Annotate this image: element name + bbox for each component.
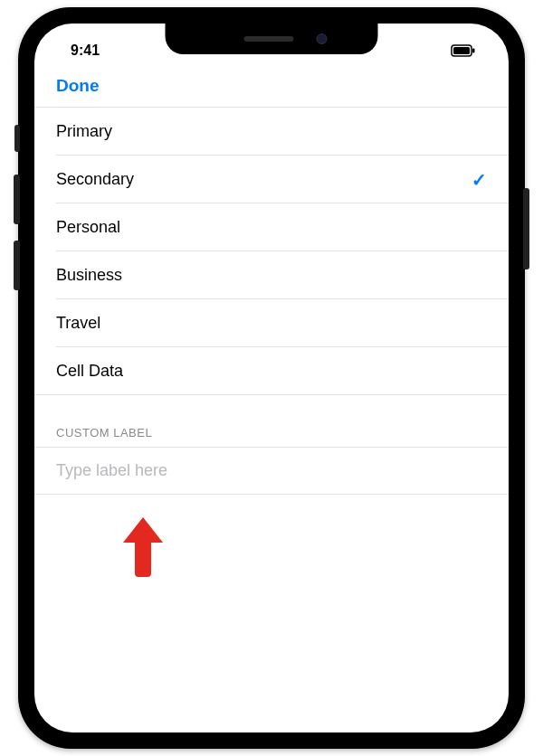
custom-label-header: CUSTOM LABEL	[34, 395, 509, 447]
volume-down-button	[14, 241, 20, 290]
label-row[interactable]: Personal	[34, 203, 509, 251]
volume-up-button	[14, 175, 20, 224]
battery-icon	[451, 44, 476, 57]
label-row[interactable]: Secondary✓	[34, 156, 509, 203]
label-row[interactable]: Primary	[34, 108, 509, 156]
done-button[interactable]: Done	[56, 76, 100, 96]
svg-rect-2	[472, 49, 475, 53]
svg-rect-1	[453, 47, 470, 54]
label-row-text: Travel	[56, 314, 100, 333]
power-button	[523, 188, 529, 269]
label-row-text: Secondary	[56, 170, 134, 189]
phone-screen: 9:41 Done PrimarySecondary✓PersonalBusin…	[34, 24, 509, 732]
phone-notch	[166, 24, 378, 54]
label-row[interactable]: Travel	[34, 299, 509, 347]
speaker-grille	[243, 36, 293, 42]
label-row-text: Cell Data	[56, 362, 123, 381]
label-row-text: Personal	[56, 218, 120, 237]
label-row[interactable]: Cell Data	[34, 347, 509, 395]
checkmark-icon: ✓	[472, 169, 487, 191]
label-row[interactable]: Business	[34, 251, 509, 299]
nav-bar: Done	[34, 67, 509, 107]
status-time: 9:41	[71, 43, 100, 59]
label-list: PrimarySecondary✓PersonalBusinessTravelC…	[34, 107, 509, 395]
custom-label-row	[34, 447, 509, 495]
phone-frame: 9:41 Done PrimarySecondary✓PersonalBusin…	[18, 7, 525, 749]
custom-label-input[interactable]	[56, 461, 487, 480]
front-camera	[316, 33, 327, 44]
label-row-text: Business	[56, 266, 122, 285]
mute-switch	[14, 125, 20, 152]
label-row-text: Primary	[56, 122, 112, 141]
annotation-arrow-icon	[121, 517, 165, 581]
